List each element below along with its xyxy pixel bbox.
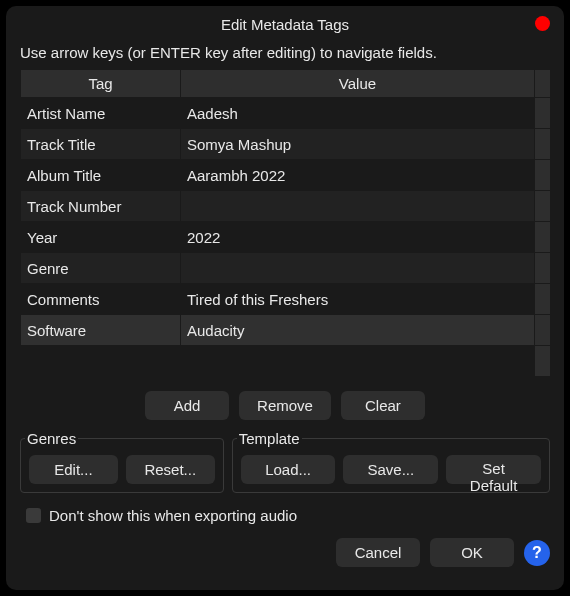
help-icon[interactable]: ? [524, 540, 550, 566]
tag-cell[interactable]: Album Title [21, 160, 181, 191]
titlebar: Edit Metadata Tags [6, 6, 564, 38]
genres-legend: Genres [25, 430, 78, 447]
tag-cell[interactable]: Track Title [21, 129, 181, 160]
metadata-table-wrap: Tag Value Artist NameAadeshTrack TitleSo… [20, 69, 550, 377]
reset-genres-button[interactable]: Reset... [126, 455, 215, 484]
sections: Genres Edit... Reset... Template Load...… [20, 430, 550, 493]
tag-cell[interactable]: Year [21, 222, 181, 253]
header-value[interactable]: Value [181, 70, 535, 98]
value-cell[interactable]: Somya Mashup [181, 129, 535, 160]
cancel-button[interactable]: Cancel [336, 538, 420, 567]
metadata-dialog: Edit Metadata Tags Use arrow keys (or EN… [6, 6, 564, 590]
checkbox-row: Don't show this when exporting audio [26, 507, 550, 524]
table-row[interactable]: Track Number [21, 191, 551, 222]
tag-cell[interactable] [21, 346, 181, 377]
table-row[interactable]: Year2022 [21, 222, 551, 253]
end-cell [535, 191, 551, 222]
end-cell [535, 346, 551, 377]
tag-cell[interactable]: Comments [21, 284, 181, 315]
metadata-table: Tag Value Artist NameAadeshTrack TitleSo… [20, 69, 551, 377]
end-cell [535, 253, 551, 284]
table-row[interactable]: SoftwareAudacity [21, 315, 551, 346]
table-buttons: Add Remove Clear [6, 391, 564, 420]
remove-button[interactable]: Remove [239, 391, 331, 420]
instruction-text: Use arrow keys (or ENTER key after editi… [6, 38, 564, 69]
dont-show-checkbox[interactable] [26, 508, 41, 523]
end-cell [535, 284, 551, 315]
tag-cell[interactable]: Genre [21, 253, 181, 284]
table-row[interactable]: Genre [21, 253, 551, 284]
end-cell [535, 222, 551, 253]
value-cell[interactable] [181, 191, 535, 222]
clear-button[interactable]: Clear [341, 391, 425, 420]
ok-button[interactable]: OK [430, 538, 514, 567]
table-row[interactable]: Artist NameAadesh [21, 98, 551, 129]
table-row[interactable]: CommentsTired of this Freshers [21, 284, 551, 315]
value-cell[interactable]: Aarambh 2022 [181, 160, 535, 191]
template-section: Template Load... Save... Set Default [232, 430, 550, 493]
end-cell [535, 98, 551, 129]
template-legend: Template [237, 430, 302, 447]
header-end [535, 70, 551, 98]
add-button[interactable]: Add [145, 391, 229, 420]
header-tag[interactable]: Tag [21, 70, 181, 98]
end-cell [535, 129, 551, 160]
end-cell [535, 315, 551, 346]
dialog-title: Edit Metadata Tags [221, 16, 349, 33]
table-row[interactable]: Album TitleAarambh 2022 [21, 160, 551, 191]
tag-cell[interactable]: Track Number [21, 191, 181, 222]
load-template-button[interactable]: Load... [241, 455, 336, 484]
footer-buttons: Cancel OK ? [20, 538, 550, 567]
tag-cell[interactable]: Artist Name [21, 98, 181, 129]
tag-cell[interactable]: Software [21, 315, 181, 346]
edit-genres-button[interactable]: Edit... [29, 455, 118, 484]
end-cell [535, 160, 551, 191]
value-cell[interactable]: 2022 [181, 222, 535, 253]
table-row[interactable]: Track TitleSomya Mashup [21, 129, 551, 160]
value-cell[interactable]: Aadesh [181, 98, 535, 129]
dont-show-label: Don't show this when exporting audio [49, 507, 297, 524]
value-cell[interactable]: Audacity [181, 315, 535, 346]
close-icon[interactable] [535, 16, 550, 31]
value-cell[interactable]: Tired of this Freshers [181, 284, 535, 315]
genres-section: Genres Edit... Reset... [20, 430, 224, 493]
value-cell[interactable] [181, 253, 535, 284]
value-cell[interactable] [181, 346, 535, 377]
set-default-button[interactable]: Set Default [446, 455, 541, 484]
save-template-button[interactable]: Save... [343, 455, 438, 484]
table-row[interactable] [21, 346, 551, 377]
